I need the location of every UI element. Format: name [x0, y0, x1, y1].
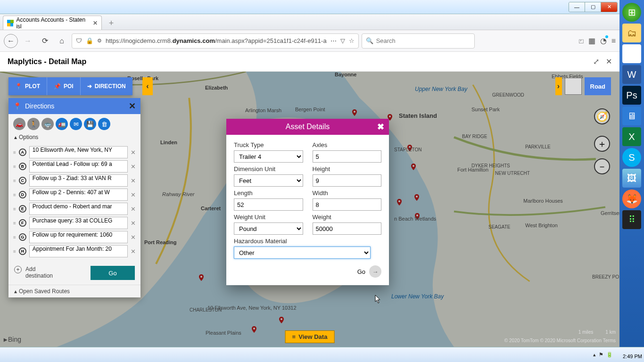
popout-icon[interactable]: ⤢ — [593, 57, 599, 66]
waypoint-input[interactable]: Follow up 2 - Dennis: 407 at W — [29, 189, 128, 201]
waypoint-input[interactable]: Purchase query: 33 at COLLEG — [29, 217, 128, 229]
waypoint-remove-icon[interactable]: ✕ — [131, 206, 136, 213]
delete-route-icon[interactable]: 🗑 — [98, 118, 110, 130]
back-button[interactable]: ← — [4, 34, 18, 48]
map-canvas[interactable]: Roselle Park Elizabeth Bayonne Bergen Po… — [0, 72, 619, 347]
add-destination-label[interactable]: Add destination — [25, 266, 63, 279]
road-prev-button[interactable]: › — [555, 77, 562, 95]
mode-walk-icon[interactable]: 🚶 — [27, 118, 40, 130]
length-input[interactable] — [234, 198, 303, 211]
account-icon[interactable]: ◔ — [600, 36, 607, 45]
search-bar[interactable]: 🔍 Search — [362, 33, 475, 49]
waypoint-input[interactable]: 10 Ellsworth Ave, New York, NY — [29, 146, 128, 158]
add-destination-icon[interactable]: + — [14, 266, 22, 273]
waypoint-remove-icon[interactable]: ✕ — [131, 191, 136, 198]
road-style-button[interactable]: Road — [585, 77, 611, 95]
options-toggle[interactable]: ▴ Options — [8, 132, 140, 142]
truck-type-label: Truck Type — [234, 141, 303, 148]
weight-unit-select[interactable]: Pound — [234, 222, 303, 235]
drag-icon[interactable]: ≡ — [13, 164, 16, 169]
photos-icon[interactable]: 🖼 — [622, 169, 641, 188]
chrome-icon[interactable]: ◯ — [622, 44, 641, 63]
waypoint-input[interactable]: Follow up 3 - Ziad: 33 at VAN R — [29, 174, 128, 187]
library-icon[interactable]: ⏍ — [579, 37, 584, 45]
view-data-button[interactable]: ≡ View Data — [285, 330, 335, 343]
height-input[interactable] — [313, 174, 382, 187]
drag-icon[interactable]: ≡ — [13, 192, 16, 197]
waypoint-remove-icon[interactable]: ✕ — [131, 248, 136, 255]
axles-input[interactable] — [313, 150, 382, 163]
hazmat-select[interactable]: Other — [234, 247, 371, 259]
word-icon[interactable]: W — [622, 65, 641, 84]
directions-title: Directions — [25, 102, 54, 110]
new-tab-button[interactable]: + — [105, 16, 118, 30]
truck-type-select[interactable]: Trailer 4 — [234, 150, 303, 163]
waypoint-marker: C — [19, 177, 26, 184]
open-saved-routes[interactable]: ▴ Open Saved Routes — [8, 285, 140, 297]
tab-close-icon[interactable]: ✕ — [93, 20, 98, 26]
save-route-icon[interactable]: 💾 — [84, 118, 96, 130]
dimension-unit-select[interactable]: Feet — [234, 174, 303, 187]
reload-button[interactable]: ⟳ — [38, 34, 52, 48]
home-button[interactable]: ⌂ — [55, 34, 69, 48]
toolbar-collapse-button[interactable]: ‹ — [142, 77, 153, 95]
mail-route-icon[interactable]: ✉ — [70, 118, 82, 130]
firefox-icon[interactable]: 🦊 — [622, 189, 641, 208]
excel-icon[interactable]: X — [622, 127, 641, 146]
drag-icon[interactable]: ≡ — [13, 150, 16, 155]
locate-button[interactable]: 🧭 — [594, 108, 610, 124]
page-header: Maplytics - Detail Map ⤢ ✕ — [0, 52, 619, 72]
directions-close-icon[interactable]: ✕ — [129, 101, 136, 111]
waypoint-input[interactable]: Potential Lead - Follow up: 69 a — [29, 160, 128, 173]
waypoint-remove-icon[interactable]: ✕ — [131, 234, 136, 241]
browser-tab[interactable]: Accounts Accounts - Staten isl ✕ — [3, 16, 102, 30]
drag-icon[interactable]: ≡ — [13, 235, 16, 240]
photoshop-icon[interactable]: Ps — [622, 86, 641, 105]
waypoint-remove-icon[interactable]: ✕ — [131, 163, 136, 170]
waypoint-input[interactable]: Product demo - Robert and mar — [29, 203, 128, 215]
taskbar-clock[interactable]: 2:49 PM — [623, 354, 642, 359]
page-close-icon[interactable]: ✕ — [606, 57, 612, 66]
poi-button[interactable]: 📌POI — [47, 77, 81, 95]
direction-button[interactable]: ➜DIRECTION — [81, 77, 132, 95]
waypoint-remove-icon[interactable]: ✕ — [131, 149, 136, 156]
reader-icon[interactable]: ▽ — [340, 37, 345, 44]
zoom-in-button[interactable]: ＋ — [594, 136, 610, 152]
menu-icon[interactable]: ≡ — [611, 37, 616, 45]
weight-input[interactable] — [313, 222, 382, 235]
mode-truck-icon[interactable]: 🚛 — [56, 118, 68, 130]
tray-flag-icon[interactable]: ⚑ — [599, 352, 603, 358]
window-minimize[interactable]: — — [569, 2, 585, 12]
url-bar[interactable]: 🛡 🔒 ⚙ https://inogicdemo.crm8.dynamics.c… — [72, 33, 359, 49]
drag-icon[interactable]: ≡ — [13, 206, 16, 212]
waypoint-input[interactable]: Appointment For Jan Month: 20 — [29, 245, 128, 257]
sidebar-icon[interactable]: ▦ — [588, 36, 595, 45]
window-close[interactable]: ✕ — [601, 2, 617, 12]
directions-go-button[interactable]: Go — [91, 266, 135, 280]
modal-go-button[interactable]: → — [369, 265, 381, 278]
mode-car-icon[interactable]: 🚗 — [13, 118, 25, 130]
drag-icon[interactable]: ≡ — [13, 221, 16, 226]
bookmark-icon[interactable]: ☆ — [349, 37, 355, 44]
tray-chevron-icon[interactable]: ▴ — [593, 352, 596, 358]
start-orb-icon[interactable]: ⊞ — [622, 3, 641, 22]
tray-battery-icon[interactable]: 🔋 — [606, 352, 613, 358]
road-thumbnail[interactable] — [565, 78, 582, 95]
width-input[interactable] — [313, 198, 382, 211]
forward-button[interactable]: → — [21, 34, 35, 48]
remote-icon[interactable]: 🖥 — [622, 107, 641, 125]
zoom-out-button[interactable]: － — [594, 158, 610, 174]
drag-icon[interactable]: ≡ — [13, 178, 16, 183]
plot-button[interactable]: 📍PLOT — [8, 77, 47, 95]
skype-icon[interactable]: S — [622, 148, 641, 167]
window-maximize[interactable]: ▢ — [585, 2, 601, 12]
url-more-icon[interactable]: ⋯ — [330, 37, 337, 44]
waypoint-remove-icon[interactable]: ✕ — [131, 177, 136, 184]
explorer-icon[interactable]: 🗂 — [622, 24, 641, 42]
waypoint-remove-icon[interactable]: ✕ — [131, 220, 136, 227]
mode-transit-icon[interactable]: 🚌 — [41, 118, 54, 130]
drag-icon[interactable]: ≡ — [13, 249, 16, 254]
waypoint-input[interactable]: Follow up for requirement: 1060 — [29, 231, 128, 243]
modal-close-icon[interactable]: ✖ — [377, 122, 384, 132]
app-icon[interactable]: ⠿ — [622, 210, 641, 229]
